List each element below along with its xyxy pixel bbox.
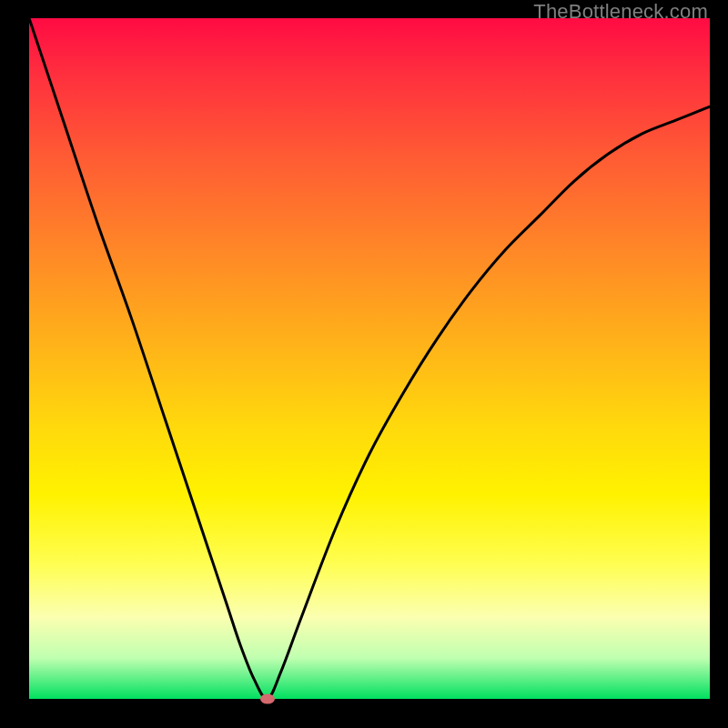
chart-container: TheBottleneck.com xyxy=(0,0,728,728)
optimum-marker xyxy=(260,694,275,704)
bottleneck-curve xyxy=(29,18,710,699)
watermark-text: TheBottleneck.com xyxy=(533,0,708,24)
plot-area xyxy=(29,18,710,699)
